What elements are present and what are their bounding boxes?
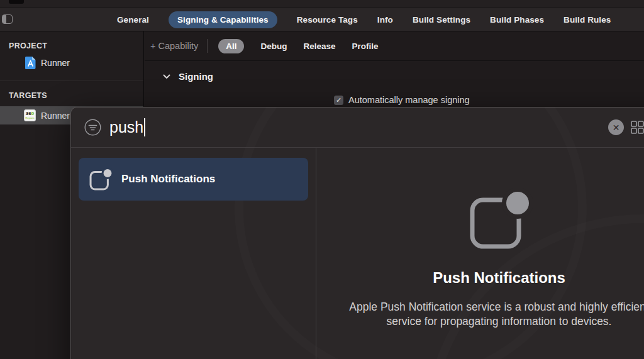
xcode-window: General Signing & Capabilities Resource … bbox=[0, 0, 644, 359]
project-header: PROJECT bbox=[0, 31, 143, 50]
xcode-project-icon bbox=[25, 57, 36, 69]
capability-detail-title: Push Notifications bbox=[433, 269, 565, 287]
config-filter-segment: All Debug Release Profile bbox=[218, 39, 378, 53]
targets-header: TARGETS bbox=[0, 81, 143, 100]
result-label: Push Notifications bbox=[121, 173, 215, 185]
capability-detail-panel: Push Notifications Apple Push Notificati… bbox=[316, 148, 644, 359]
capability-toolbar: + Capability All Debug Release Profile bbox=[145, 31, 644, 61]
tab-info[interactable]: Info bbox=[377, 15, 393, 25]
toolbar-divider bbox=[207, 39, 208, 53]
text-cursor bbox=[144, 118, 145, 136]
toolbar-artifact bbox=[9, 0, 24, 4]
tab-general[interactable]: General bbox=[117, 15, 149, 25]
filter-release[interactable]: Release bbox=[303, 41, 335, 51]
filter-all[interactable]: All bbox=[218, 39, 244, 53]
sidebar-toggle-icon[interactable] bbox=[2, 14, 13, 24]
capability-library-popup: push ✕ Push Notifications bbox=[70, 107, 644, 359]
project-item-label: Runner bbox=[41, 58, 70, 68]
filter-icon bbox=[84, 119, 101, 136]
capability-detail-description: Apple Push Notification service is a rob… bbox=[340, 300, 644, 329]
add-capability-button[interactable]: + Capability bbox=[150, 41, 198, 51]
sidebar-item-project-runner[interactable]: Runner bbox=[0, 50, 143, 75]
signing-section-title: Signing bbox=[179, 71, 213, 82]
signing-section-header[interactable]: Signing bbox=[163, 71, 213, 82]
push-notifications-icon bbox=[466, 188, 533, 251]
auto-manage-signing-checkbox[interactable]: ✓ bbox=[334, 96, 343, 105]
tab-signing-capabilities[interactable]: Signing & Capabilities bbox=[169, 11, 277, 28]
toolbar-edge bbox=[0, 0, 644, 8]
chevron-down-icon bbox=[163, 74, 170, 79]
clear-search-button[interactable]: ✕ bbox=[608, 119, 624, 135]
editor-tab-bar: General Signing & Capabilities Resource … bbox=[0, 8, 644, 31]
capability-results-list: Push Notifications bbox=[71, 148, 316, 359]
tab-build-rules[interactable]: Build Rules bbox=[564, 15, 611, 25]
search-input[interactable]: push bbox=[109, 118, 143, 136]
auto-manage-signing-label: Automatically manage signing bbox=[348, 95, 470, 105]
result-push-notifications[interactable]: Push Notifications bbox=[79, 158, 308, 201]
push-notifications-icon bbox=[88, 167, 113, 191]
app-360-repairs-icon: 360Repairs bbox=[24, 109, 36, 121]
filter-profile[interactable]: Profile bbox=[352, 41, 378, 51]
tab-build-phases[interactable]: Build Phases bbox=[490, 15, 544, 25]
filter-debug[interactable]: Debug bbox=[260, 41, 287, 51]
target-item-label: Runner bbox=[41, 111, 70, 121]
capability-search-bar[interactable]: push ✕ bbox=[71, 108, 644, 147]
grid-view-icon[interactable] bbox=[631, 121, 644, 134]
tab-build-settings[interactable]: Build Settings bbox=[413, 15, 470, 25]
tab-resource-tags[interactable]: Resource Tags bbox=[297, 15, 358, 25]
auto-manage-signing-row: ✓ Automatically manage signing bbox=[334, 95, 470, 105]
